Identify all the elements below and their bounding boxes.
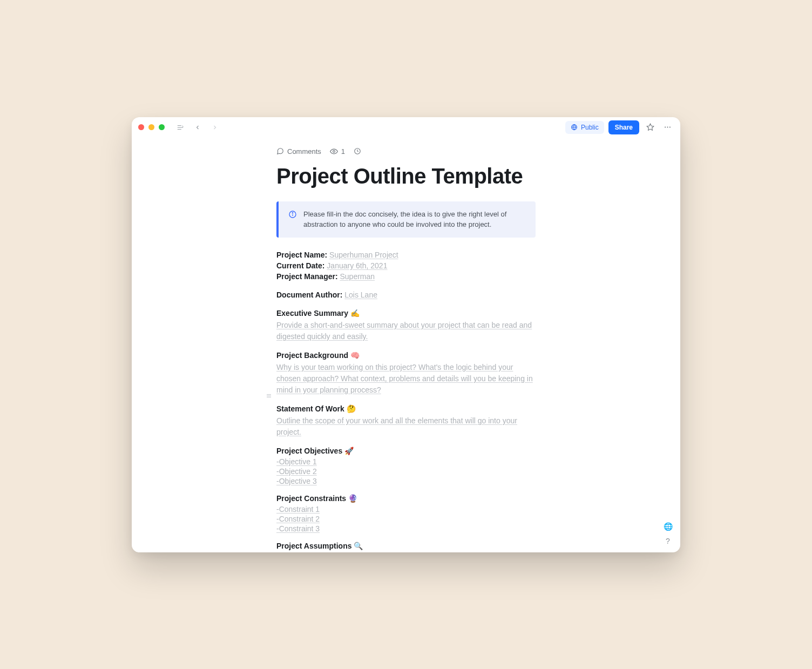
svg-point-3 bbox=[667, 127, 668, 128]
sidebar-toggle-icon bbox=[177, 124, 184, 131]
ellipsis-icon bbox=[664, 123, 672, 131]
block-handle[interactable] bbox=[266, 393, 272, 399]
field-value: Superman bbox=[340, 272, 375, 281]
field-project-manager[interactable]: Project Manager: Superman bbox=[276, 272, 536, 281]
floating-corner-controls: 🌐 ? bbox=[663, 522, 673, 546]
list-item[interactable]: -Constraint 1 bbox=[276, 505, 536, 513]
view-count: 1 bbox=[341, 147, 345, 156]
toolbar-right: Public Share bbox=[565, 120, 674, 134]
section-title-project-objectives[interactable]: Project Objectives 🚀 bbox=[276, 447, 536, 455]
world-clock-button[interactable]: 🌐 bbox=[664, 522, 673, 531]
section-placeholder[interactable]: Provide a short-and-sweet summary about … bbox=[276, 320, 536, 342]
field-label: Current Date: bbox=[276, 261, 324, 270]
field-label: Project Name: bbox=[276, 251, 327, 259]
titlebar: Public Share bbox=[132, 117, 680, 138]
nav-controls bbox=[174, 121, 221, 133]
list-item[interactable]: -Constraint 2 bbox=[276, 515, 536, 523]
minimize-window-button[interactable] bbox=[148, 124, 154, 130]
history-icon bbox=[354, 147, 361, 155]
chevron-left-icon bbox=[194, 124, 201, 131]
help-button[interactable]: ? bbox=[663, 536, 673, 546]
window-controls bbox=[138, 124, 165, 130]
document-title[interactable]: Project Outline Template bbox=[276, 164, 536, 188]
field-value: January 6th, 2021 bbox=[327, 261, 387, 270]
views-indicator[interactable]: 1 bbox=[330, 147, 345, 156]
field-value: Lois Lane bbox=[344, 290, 377, 299]
svg-point-4 bbox=[669, 127, 670, 128]
sidebar-toggle-button[interactable] bbox=[174, 121, 186, 133]
section-placeholder[interactable]: Why is your team working on this project… bbox=[276, 362, 536, 396]
more-options-button[interactable] bbox=[661, 121, 674, 134]
section-placeholder[interactable]: Outline the scope of your work and all t… bbox=[276, 415, 536, 438]
svg-marker-1 bbox=[647, 124, 654, 130]
field-current-date[interactable]: Current Date: January 6th, 2021 bbox=[276, 261, 536, 270]
eye-icon bbox=[330, 147, 338, 156]
doc-meta-bar: Comments 1 bbox=[276, 147, 536, 156]
svg-point-9 bbox=[292, 212, 293, 213]
section-title-statement-of-work[interactable]: Statement Of Work 🤔 bbox=[276, 404, 536, 413]
info-callout: Please fill-in the doc concisely, the id… bbox=[276, 201, 536, 238]
callout-text: Please fill-in the doc concisely, the id… bbox=[303, 209, 526, 230]
public-visibility-chip[interactable]: Public bbox=[565, 121, 604, 134]
document-area: Comments 1 Project Outline Template Plea… bbox=[132, 138, 680, 552]
field-value: Superhuman Project bbox=[329, 251, 398, 259]
section-title-project-background[interactable]: Project Background 🧠 bbox=[276, 351, 536, 360]
comments-button[interactable]: Comments bbox=[276, 147, 321, 156]
field-label: Project Manager: bbox=[276, 272, 338, 281]
nav-forward-button[interactable] bbox=[209, 121, 221, 133]
svg-point-5 bbox=[333, 150, 335, 152]
info-icon bbox=[288, 210, 297, 219]
maximize-window-button[interactable] bbox=[159, 124, 165, 130]
section-title-executive-summary[interactable]: Executive Summary ✍️ bbox=[276, 309, 536, 317]
drag-handle-icon bbox=[266, 393, 272, 399]
list-item[interactable]: -Objective 1 bbox=[276, 457, 536, 466]
app-window: Public Share Comments 1 bbox=[132, 117, 680, 552]
list-item[interactable]: -Objective 3 bbox=[276, 477, 536, 485]
chevron-right-icon bbox=[212, 124, 218, 131]
section-title-project-assumptions[interactable]: Project Assumptions 🔍 bbox=[276, 542, 536, 550]
globe-icon bbox=[571, 124, 578, 131]
list-item[interactable]: -Objective 2 bbox=[276, 467, 536, 476]
history-button[interactable] bbox=[354, 147, 361, 155]
comment-icon bbox=[276, 147, 284, 155]
list-item[interactable]: -Constraint 3 bbox=[276, 524, 536, 533]
share-button[interactable]: Share bbox=[608, 120, 639, 134]
nav-back-button[interactable] bbox=[192, 121, 204, 133]
star-icon bbox=[646, 123, 654, 131]
svg-point-2 bbox=[665, 127, 666, 128]
field-document-author[interactable]: Document Author: Lois Lane bbox=[276, 290, 536, 299]
favorite-button[interactable] bbox=[644, 121, 657, 134]
field-label: Document Author: bbox=[276, 290, 342, 299]
public-label: Public bbox=[581, 124, 599, 131]
section-title-project-constraints[interactable]: Project Constraints 🔮 bbox=[276, 494, 536, 503]
comments-label: Comments bbox=[287, 147, 321, 156]
document-body[interactable]: Comments 1 Project Outline Template Plea… bbox=[276, 138, 536, 552]
close-window-button[interactable] bbox=[138, 124, 144, 130]
field-project-name[interactable]: Project Name: Superhuman Project bbox=[276, 251, 536, 259]
